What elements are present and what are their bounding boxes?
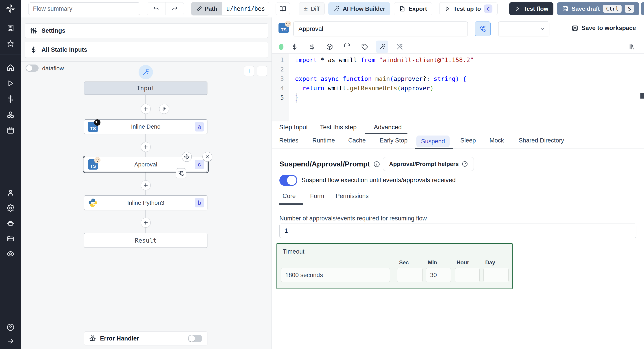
timeout-day-input[interactable] [484,268,508,282]
error-handler-toggle[interactable] [188,335,202,342]
trigger-zap-button[interactable] [159,104,169,114]
status-dot [279,44,284,50]
export-button[interactable]: Export [394,2,432,15]
step-id-badge-a: a [195,122,204,131]
tab-sleep[interactable]: Sleep [460,137,476,144]
approval-phone-badge[interactable] [176,168,186,178]
sliders-icon [30,27,37,34]
tab-core[interactable]: Core [282,193,296,200]
settings-gear-icon[interactable] [7,204,14,212]
tab-cache[interactable]: Cache [348,137,366,144]
move-step-button[interactable] [182,152,192,162]
play-icon [444,6,450,12]
active-tab-underline [415,148,453,149]
insert-step-button[interactable] [141,142,151,152]
ai-flow-builder-button[interactable]: AI Flow Builder [328,2,390,15]
flow-node-input[interactable]: Input [84,81,208,95]
dataflow-toggle[interactable] [26,64,38,72]
undo-button[interactable] [147,2,165,15]
tab-mock[interactable]: Mock [490,137,504,144]
graph-zoom-out-button[interactable]: − [257,66,267,76]
error-handler-bar[interactable]: Error Handler [84,332,208,346]
graph-zoom-in-button[interactable]: + [244,66,254,76]
runs-play-icon[interactable] [7,79,14,87]
info-icon[interactable] [374,161,380,167]
tab-advanced[interactable]: Advanced [374,124,402,131]
tab-step-input[interactable]: Step Input [279,124,308,131]
ai-assistant-wand-button[interactable] [138,65,153,79]
user-icon[interactable] [7,189,14,197]
typescript-badge: TS [88,159,98,170]
home-icon[interactable] [7,64,14,71]
insert-step-button[interactable] [141,104,151,114]
test-up-to-button[interactable]: Test up to c [439,2,498,15]
tab-suspend[interactable]: Suspend [416,135,450,147]
test-up-to-label: Test up to [454,5,481,12]
flow-panel: Settings All Static Inputs dataflow + − … [21,17,272,349]
phone-approval-button[interactable] [475,21,490,36]
folders-icon[interactable] [7,235,14,242]
ai-assistant-off-button[interactable] [393,40,406,53]
approvals-required-input[interactable] [280,224,636,238]
flow-node-inline-python3[interactable]: Inline Python3 b [84,195,208,210]
deploy-button-partial[interactable] [641,2,644,15]
variables-dollar-icon[interactable] [7,95,14,103]
audit-eye-icon[interactable] [7,250,14,258]
test-up-to-step-badge: c [484,4,492,13]
script-select[interactable] [498,21,549,36]
save-to-workspace-button[interactable]: Save to workspace [572,25,636,31]
expand-sidebar-arrow-icon[interactable] [7,337,14,345]
tab-early-stop[interactable]: Early Stop [380,137,408,144]
phone-incoming-icon [480,26,486,32]
flow-summary-input[interactable] [28,2,140,15]
redo-button[interactable] [165,2,184,15]
resources-dollar-button[interactable] [306,40,318,53]
tab-runtime[interactable]: Runtime [312,137,335,144]
path-button[interactable]: Path u/henri/bes [191,2,269,15]
test-flow-button[interactable]: Test flow [509,2,554,15]
tab-test-this-step[interactable]: Test this step [320,124,356,131]
step-id-badge-c: c [195,160,204,169]
approval-prompt-helpers-button[interactable]: Approval/Prompt helpers [383,157,474,171]
delete-step-button[interactable] [202,152,212,162]
flow-node-result[interactable]: Result [84,233,208,248]
dataflow-label: dataflow [42,65,64,72]
tag-button[interactable] [358,40,371,53]
windmill-logo-icon[interactable] [6,3,16,13]
library-button[interactable] [625,40,637,53]
favorites-star-icon[interactable] [7,40,14,47]
docs-book-button[interactable] [276,2,290,15]
step-title-input[interactable] [293,21,468,36]
save-draft-button[interactable]: Save draft Ctrl S [557,2,639,15]
variables-dollar-button[interactable] [288,40,301,53]
editor-code[interactable]: import * as wmill from "windmill-client@… [289,53,644,102]
all-static-inputs-button[interactable]: All Static Inputs [25,42,268,58]
timeout-total-input[interactable] [281,268,390,282]
editor-scrollbar[interactable] [640,93,644,99]
plus-minus-icon: ± [304,5,308,12]
schedules-calendar-icon[interactable] [7,127,14,134]
tab-permissions[interactable]: Permissions [336,193,369,200]
workspace-icon[interactable] [7,24,14,32]
panel-divider [21,61,272,62]
help-icon[interactable] [7,324,14,331]
reload-button[interactable] [341,40,354,53]
timeout-min-input[interactable] [426,268,451,282]
code-editor[interactable]: 12345 import * as wmill from "windmill-c… [272,53,644,121]
timeout-sec-label: Sec [399,259,409,266]
timeout-sec-input[interactable] [397,268,423,282]
workers-robot-icon[interactable] [7,220,14,227]
insert-step-button[interactable] [141,180,151,190]
tab-retries[interactable]: Retries [279,137,298,144]
ai-assistant-button[interactable] [376,40,388,53]
suspend-toggle[interactable] [280,175,297,186]
timeout-hour-input[interactable] [455,268,480,282]
flow-settings-button[interactable]: Settings [25,23,268,38]
flow-node-inline-deno[interactable]: TS Inline Deno a [84,119,208,134]
tab-form[interactable]: Form [310,193,324,200]
insert-step-button[interactable] [141,218,151,228]
diff-button[interactable]: ± Diff [299,2,325,15]
tab-shared-directory[interactable]: Shared Directory [519,137,564,144]
resources-boxes-icon[interactable] [7,111,14,118]
package-button[interactable] [323,40,336,53]
